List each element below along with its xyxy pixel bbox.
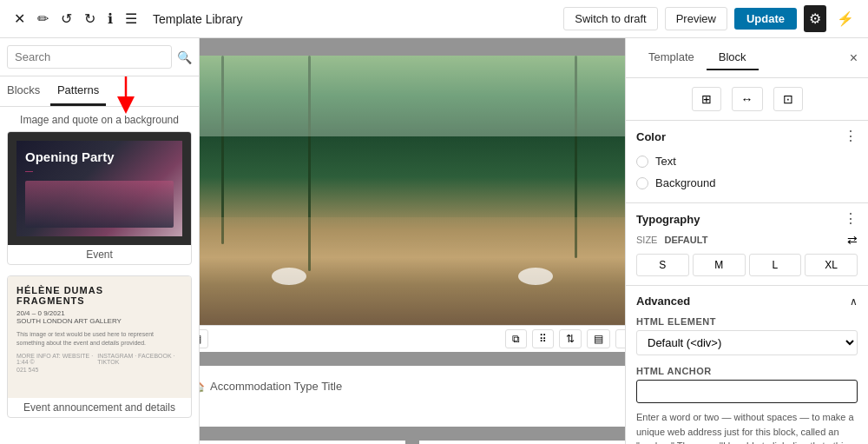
event-poster-subtitle: — — [25, 167, 174, 176]
switch-draft-button[interactable]: Switch to draft — [563, 7, 657, 30]
event-card-label: Event — [8, 245, 191, 264]
color-more-button[interactable]: ⋮ — [844, 129, 858, 143]
color-options: Text Background — [626, 147, 868, 203]
tab-row: Blocks Patterns — [0, 76, 199, 107]
page-title: Template Library — [153, 12, 243, 26]
panel-header: Template Block × — [626, 38, 868, 78]
right-panel: Template Block × ⊞ ↔ ⊡ Color ⋮ Text — [625, 38, 868, 444]
toolbar-right: Switch to draft Preview Update ⚙ ⚡ — [563, 5, 858, 32]
block-type-button[interactable]: ▦ — [200, 329, 208, 348]
color-option-background: Background — [636, 172, 858, 194]
typography-more-button[interactable]: ⋮ — [844, 212, 858, 226]
typography-header: Typography ⋮ — [636, 212, 858, 226]
more-button[interactable]: ⋮ — [615, 329, 625, 348]
toolbar-left: ✕ ✏ ↺ ↻ ℹ ☰ Template Library — [10, 7, 243, 30]
color-section-title: Color — [636, 130, 666, 143]
color-section: Color ⋮ Text Background — [626, 121, 868, 203]
announcement-image: HÉLÈNE DUMASFRAGMENTS 20/4 – 0 9/2021SOU… — [8, 276, 191, 398]
html-anchor-input[interactable] — [636, 380, 858, 403]
duplicate-button[interactable]: ⧉ — [505, 329, 527, 348]
text-color-radio[interactable] — [636, 156, 648, 168]
size-reset-button[interactable]: ⇄ — [847, 233, 858, 247]
panel-close-button[interactable]: × — [850, 50, 858, 66]
move-button[interactable]: ⇅ — [559, 329, 582, 348]
color-section-header: Color ⋮ — [626, 121, 868, 147]
html-anchor-label: HTML ANCHOR — [636, 366, 858, 376]
typography-section: Typography ⋮ SIZE DEFAULT ⇄ S M L XL — [626, 203, 868, 286]
pattern-card-announcement[interactable]: HÉLÈNE DUMASFRAGMENTS 20/4 – 0 9/2021SOU… — [7, 275, 192, 418]
left-sidebar: 🔍 Blocks Patterns Image and quote on a b… — [0, 38, 200, 444]
html-element-label: HTML ELEMENT — [636, 316, 858, 327]
edit-button[interactable]: ✏ — [34, 7, 52, 30]
undo-button[interactable]: ↺ — [57, 7, 76, 30]
event-poster-title: Opening Party — [25, 149, 174, 165]
canvas-photo — [200, 56, 625, 325]
panel-tabs: Template Block — [636, 45, 759, 70]
chevron-up-icon: ∧ — [850, 295, 858, 308]
bg-color-label: Background — [655, 176, 715, 189]
canvas-photo-block: ▦ ⧉ ⠿ ⇅ ▤ ⋮ — [200, 56, 625, 352]
canvas-toolbar-right: ⧉ ⠿ ⇅ ▤ ⋮ — [505, 329, 625, 348]
align-button[interactable]: ▤ — [587, 329, 610, 348]
accommodation-title-block: 🏠 Accommodation Type Title — [200, 366, 625, 427]
accommodation-attrs-block: 🏠 Accommodation Type Attributes — [200, 441, 405, 444]
settings-button[interactable]: ⚙ — [804, 5, 826, 32]
pattern-event-image: Opening Party — — [8, 132, 191, 245]
advanced-title: Advanced — [636, 295, 690, 308]
preview-button[interactable]: Preview — [665, 7, 727, 30]
canvas-toolbar: ▦ ⧉ ⠿ ⇅ ▤ ⋮ — [200, 325, 625, 352]
announcement-card-label: Event announcement and details — [8, 398, 191, 417]
list-view-button[interactable]: ☰ — [122, 7, 141, 30]
accommodation-extra-block — [419, 441, 625, 444]
style-btn-2[interactable]: ↔ — [732, 87, 763, 111]
red-arrow-indicator — [108, 72, 143, 116]
bg-color-radio[interactable] — [636, 177, 648, 189]
html-element-select[interactable]: Default (<div>) — [636, 330, 858, 355]
update-button[interactable]: Update — [734, 8, 797, 30]
anchor-help-text: Enter a word or two — without spaces — t… — [636, 410, 858, 444]
tab-blocks[interactable]: Blocks — [0, 76, 47, 106]
wp-button[interactable]: ⚡ — [833, 7, 858, 30]
search-bar: 🔍 — [0, 38, 199, 76]
color-option-text: Text — [636, 150, 858, 172]
main-layout: 🔍 Blocks Patterns Image and quote on a b… — [0, 38, 868, 444]
size-buttons: S M L XL — [636, 254, 858, 276]
size-value: DEFAULT — [664, 235, 707, 245]
size-xl-button[interactable]: XL — [805, 254, 858, 276]
drag-button[interactable]: ⠿ — [532, 329, 554, 348]
redo-button[interactable]: ↻ — [81, 7, 99, 30]
top-toolbar: ✕ ✏ ↺ ↻ ℹ ☰ Template Library Switch to d… — [0, 0, 868, 38]
close-button[interactable]: ✕ — [10, 7, 29, 30]
size-row: SIZE DEFAULT ⇄ — [636, 233, 858, 247]
pattern-card-event[interactable]: Opening Party — Event — [7, 131, 192, 265]
tab-template[interactable]: Template — [636, 45, 707, 70]
tab-patterns[interactable]: Patterns — [50, 76, 106, 106]
style-btn-3[interactable]: ⊡ — [773, 87, 803, 111]
sidebar-content: Image and quote on a background Opening … — [0, 107, 199, 444]
size-s-button[interactable]: S — [636, 254, 689, 276]
canvas-area: ▦ ⧉ ⠿ ⇅ ▤ ⋮ 🏠 Accommodation Type Title — [200, 38, 625, 444]
info-button[interactable]: ℹ — [104, 7, 116, 30]
tab-block[interactable]: Block — [707, 45, 759, 70]
advanced-section: Advanced ∧ HTML ELEMENT Default (<div>) … — [626, 286, 868, 444]
text-color-label: Text — [655, 155, 676, 168]
block-style-row: ⊞ ↔ ⊡ — [626, 78, 868, 121]
search-button[interactable]: 🔍 — [177, 50, 192, 64]
size-m-button[interactable]: M — [693, 254, 746, 276]
home-icon: 🏠 — [200, 381, 205, 393]
style-btn-1[interactable]: ⊞ — [692, 87, 721, 111]
advanced-header[interactable]: Advanced ∧ — [636, 295, 858, 308]
sidebar-category-label: Image and quote on a background — [7, 114, 192, 126]
typography-title: Typography — [636, 213, 700, 226]
size-l-button[interactable]: L — [749, 254, 802, 276]
search-input[interactable] — [7, 45, 172, 69]
size-label: SIZE — [636, 235, 657, 245]
block-half-row: 🏠 Accommodation Type Attributes — [200, 441, 625, 444]
accommodation-title-text: Accommodation Type Title — [210, 380, 342, 393]
canvas-toolbar-left: ▦ — [200, 329, 208, 348]
